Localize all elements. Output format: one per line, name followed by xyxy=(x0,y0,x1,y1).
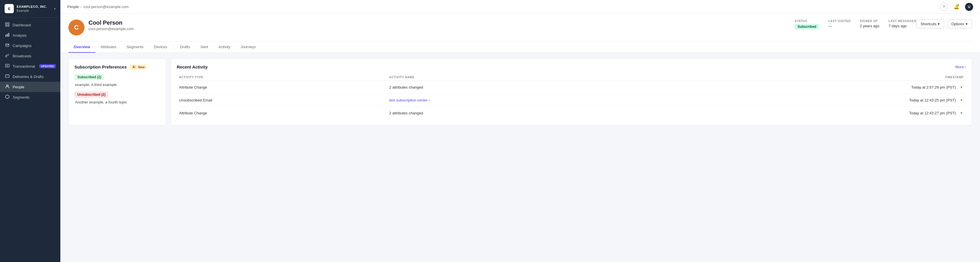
subscribed-items: example, A third example xyxy=(75,82,160,87)
sidebar-item-label-analysis: Analysis xyxy=(13,33,56,38)
subscribed-group: Subscribed (2) example, A third example xyxy=(75,74,160,87)
tabs-divider xyxy=(173,44,174,50)
svg-rect-2 xyxy=(5,25,7,26)
sidebar-logo[interactable]: E EXAMPLECO, INC. Example ▾ xyxy=(0,0,60,17)
activity-type-1: Attribute Change xyxy=(177,81,387,94)
help-button[interactable]: ? xyxy=(940,3,948,11)
last-messaged-value: 7 days ago xyxy=(889,24,916,28)
sidebar-item-people[interactable]: People xyxy=(0,82,60,92)
options-label: Options xyxy=(951,22,964,26)
activity-timestamp-1: Today at 2:57:29 pm (PST) ▾ xyxy=(638,81,966,94)
svg-rect-0 xyxy=(5,23,7,24)
svg-rect-8 xyxy=(5,64,9,67)
activity-type-2: Unsubscribed Email xyxy=(177,94,387,107)
profile-header: C Cool Person cool.person@example.com ST… xyxy=(60,14,980,53)
topbar: People / cool.person@example.com ? 🔔 U xyxy=(60,0,980,14)
sidebar-item-campaigns[interactable]: Campaigns xyxy=(0,40,60,51)
sidebar-item-transactional[interactable]: Transactional Updated xyxy=(0,61,60,71)
activity-row-3: Attribute Change 2 attributes changed To… xyxy=(177,107,966,120)
signed-up-value: 2 years ago xyxy=(860,24,880,28)
sidebar-chevron-icon: ▾ xyxy=(54,7,56,11)
sidebar-nav: Dashboard Analysis Campaigns Broadcasts … xyxy=(0,17,60,262)
col-activity-type: ACTIVITY TYPE xyxy=(177,74,387,81)
link-arrow-icon: › xyxy=(428,98,430,103)
activity-name-2: test subscription center › xyxy=(387,94,638,107)
sidebar-item-label-transactional: Transactional xyxy=(13,64,37,68)
activity-timestamp-2: Today at 12:43:25 pm (PST) ▾ xyxy=(638,94,966,107)
workspace-name: Example xyxy=(17,9,47,13)
unsubscribed-group: Unsubscribed (2) Another example, a four… xyxy=(75,92,160,104)
tab-overview[interactable]: Overview xyxy=(68,41,95,53)
content-area: C Cool Person cool.person@example.com ST… xyxy=(60,14,980,262)
svg-rect-3 xyxy=(8,25,9,26)
breadcrumb-current: cool.person@example.com xyxy=(83,5,129,9)
activity-expand-3[interactable]: ▾ xyxy=(959,110,964,116)
sidebar-item-label-dashboard: Dashboard xyxy=(13,23,56,27)
sidebar-item-segments[interactable]: Segments xyxy=(0,92,60,103)
company-logo-icon: E xyxy=(5,4,14,13)
tab-devices[interactable]: Devices xyxy=(149,41,172,53)
profile-meta: STATUS Subscribed LAST VISITED — SIGNED … xyxy=(795,19,916,30)
subscription-title-row: Subscription Preferences 🎉 New xyxy=(75,65,160,69)
activity-name-link-2[interactable]: test subscription center › xyxy=(389,98,635,103)
signed-up-meta: SIGNED UP 2 years ago xyxy=(860,19,880,28)
notifications-button[interactable]: 🔔 xyxy=(952,3,961,11)
profile-actions: Shortcuts ▾ Options ▾ xyxy=(916,19,972,28)
profile-avatar: C xyxy=(68,19,84,36)
svg-rect-9 xyxy=(5,75,9,77)
sidebar-item-analysis[interactable]: Analysis xyxy=(0,30,60,40)
last-messaged-label: LAST MESSAGED xyxy=(889,19,916,23)
unsubscribed-header: Unsubscribed (2) xyxy=(75,92,108,98)
tab-attributes[interactable]: Attributes xyxy=(95,41,122,53)
new-badge: 🎉 New xyxy=(130,65,147,69)
status-value: Subscribed xyxy=(795,24,819,30)
tab-drafts[interactable]: Drafts xyxy=(175,41,196,53)
profile-info: Cool Person cool.person@example.com xyxy=(89,19,787,31)
last-visited-meta: LAST VISITED — xyxy=(828,19,850,28)
breadcrumb-people-link[interactable]: People xyxy=(67,5,79,9)
activity-type-3: Attribute Change xyxy=(177,107,387,120)
segments-icon xyxy=(5,95,10,100)
signed-up-label: SIGNED UP xyxy=(860,19,880,23)
sidebar-item-dashboard[interactable]: Dashboard xyxy=(0,20,60,30)
svg-rect-5 xyxy=(7,34,8,37)
breadcrumb-separator: / xyxy=(81,5,82,9)
last-visited-label: LAST VISITED xyxy=(828,19,850,23)
sidebar-item-label-segments: Segments xyxy=(13,95,56,99)
profile-name: Cool Person xyxy=(89,19,787,26)
profile-tabs: Overview Attributes Segments Devices Dra… xyxy=(68,41,972,52)
last-visited-value: — xyxy=(828,24,850,28)
svg-rect-7 xyxy=(5,56,7,57)
deliveries-icon xyxy=(5,74,10,79)
last-messaged-meta: LAST MESSAGED 7 days ago xyxy=(889,19,916,28)
sidebar-item-broadcasts[interactable]: Broadcasts xyxy=(0,51,60,61)
sidebar-item-label-campaigns: Campaigns xyxy=(13,44,56,48)
activity-title-row: Recent Activity More › xyxy=(177,65,966,69)
topbar-actions: ? 🔔 U xyxy=(940,3,973,11)
shortcuts-button[interactable]: Shortcuts ▾ xyxy=(916,19,944,28)
shortcuts-chevron-icon: ▾ xyxy=(938,22,940,26)
tab-sent[interactable]: Sent xyxy=(195,41,213,53)
people-icon xyxy=(5,84,10,90)
subscription-preferences-panel: Subscription Preferences 🎉 New Subscribe… xyxy=(68,58,166,125)
tab-journeys[interactable]: Journeys xyxy=(235,41,261,53)
sidebar-item-label-deliveries: Deliveries & Drafts xyxy=(13,74,56,79)
profile-top-section: C Cool Person cool.person@example.com ST… xyxy=(68,19,972,36)
tab-activity[interactable]: Activity xyxy=(213,41,235,53)
unsubscribed-items: Another example, a fourth topic xyxy=(75,100,160,104)
analysis-icon xyxy=(5,33,10,38)
activity-row-2: Unsubscribed Email test subscription cen… xyxy=(177,94,966,107)
more-link[interactable]: More › xyxy=(955,65,966,69)
options-button[interactable]: Options ▾ xyxy=(947,19,972,28)
main-content: People / cool.person@example.com ? 🔔 U C… xyxy=(60,0,980,262)
activity-name-1: 2 attributes changed xyxy=(387,81,638,94)
tab-segments[interactable]: Segments xyxy=(122,41,149,53)
recent-activity-panel: Recent Activity More › ACTIVITY TYPE ACT… xyxy=(171,58,972,125)
activity-expand-1[interactable]: ▾ xyxy=(959,84,964,90)
sidebar: E EXAMPLECO, INC. Example ▾ Dashboard An… xyxy=(0,0,60,262)
status-label: STATUS xyxy=(795,19,819,23)
more-chevron-icon: › xyxy=(965,65,966,69)
user-avatar-button[interactable]: U xyxy=(965,3,973,11)
sidebar-item-deliveries[interactable]: Deliveries & Drafts xyxy=(0,71,60,82)
activity-expand-2[interactable]: ▾ xyxy=(959,97,964,103)
